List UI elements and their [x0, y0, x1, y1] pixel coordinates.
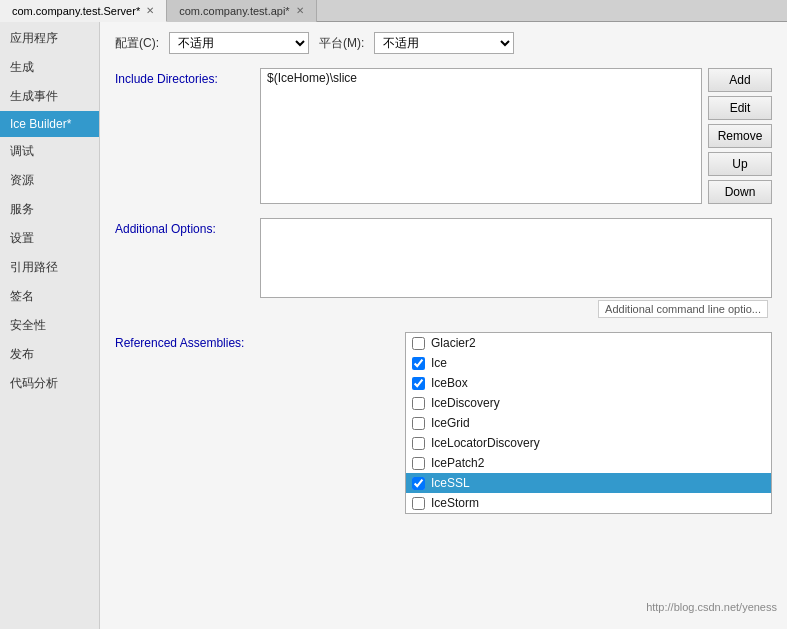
- add-button[interactable]: Add: [708, 68, 772, 92]
- tab-server[interactable]: com.company.test.Server* ✕: [0, 0, 167, 22]
- referenced-assemblies-section: Referenced Assemblies: Glacier2 Ice IceB…: [115, 332, 772, 514]
- sidebar-item-app[interactable]: 应用程序: [0, 24, 99, 53]
- sidebar-item-build-events[interactable]: 生成事件: [0, 82, 99, 111]
- sidebar-item-ref-paths[interactable]: 引用路径: [0, 253, 99, 282]
- remove-button[interactable]: Remove: [708, 124, 772, 148]
- assembly-icediscovery[interactable]: IceDiscovery: [406, 393, 771, 413]
- assembly-icepatch2[interactable]: IcePatch2: [406, 453, 771, 473]
- main-layout: 应用程序 生成 生成事件 Ice Builder* 调试 资源 服务 设置 引用…: [0, 22, 787, 629]
- checkbox-icessl[interactable]: [412, 477, 425, 490]
- config-select[interactable]: 不适用: [169, 32, 309, 54]
- sidebar-item-signing[interactable]: 签名: [0, 282, 99, 311]
- tab-close-api[interactable]: ✕: [296, 5, 304, 16]
- checkbox-icestorm[interactable]: [412, 497, 425, 510]
- additional-options-section: Additional Options: Additional command l…: [115, 218, 772, 318]
- assembly-icestorm[interactable]: IceStorm: [406, 493, 771, 513]
- assembly-icelocatordiscovery[interactable]: IceLocatorDiscovery: [406, 433, 771, 453]
- include-directories-buttons: Add Edit Remove Up Down: [708, 68, 772, 204]
- platform-label: 平台(M):: [319, 35, 364, 52]
- up-button[interactable]: Up: [708, 152, 772, 176]
- platform-select[interactable]: 不适用: [374, 32, 514, 54]
- sidebar-item-resources[interactable]: 资源: [0, 166, 99, 195]
- additional-options-label: Additional Options:: [115, 218, 260, 236]
- edit-button[interactable]: Edit: [708, 96, 772, 120]
- hint-box: Additional command line optio...: [260, 300, 772, 318]
- list-item[interactable]: $(IceHome)\slice: [261, 69, 701, 87]
- hint-text: Additional command line optio...: [598, 300, 768, 318]
- referenced-assemblies-label: Referenced Assemblies:: [115, 332, 260, 350]
- sidebar-item-services[interactable]: 服务: [0, 195, 99, 224]
- include-directories-content: $(IceHome)\slice Add Edit Remove Up Down: [260, 68, 772, 204]
- assembly-glacier2[interactable]: Glacier2: [406, 333, 771, 353]
- sidebar-item-security[interactable]: 安全性: [0, 311, 99, 340]
- tab-api[interactable]: com.company.test.api* ✕: [167, 0, 316, 22]
- sidebar-item-debug[interactable]: 调试: [0, 137, 99, 166]
- include-directories-section: Include Directories: $(IceHome)\slice Ad…: [115, 68, 772, 204]
- assembly-icegrid[interactable]: IceGrid: [406, 413, 771, 433]
- sidebar: 应用程序 生成 生成事件 Ice Builder* 调试 资源 服务 设置 引用…: [0, 22, 100, 629]
- sidebar-item-publish[interactable]: 发布: [0, 340, 99, 369]
- assembly-icebox[interactable]: IceBox: [406, 373, 771, 393]
- checkbox-glacier2[interactable]: [412, 337, 425, 350]
- sidebar-item-ice-builder[interactable]: Ice Builder*: [0, 111, 99, 137]
- include-directories-list[interactable]: $(IceHome)\slice: [260, 68, 702, 204]
- checkbox-icepatch2[interactable]: [412, 457, 425, 470]
- checkbox-icediscovery[interactable]: [412, 397, 425, 410]
- sidebar-item-code-analysis[interactable]: 代码分析: [0, 369, 99, 398]
- assembly-ice[interactable]: Ice: [406, 353, 771, 373]
- checkbox-ice[interactable]: [412, 357, 425, 370]
- checkbox-icebox[interactable]: [412, 377, 425, 390]
- sidebar-item-settings[interactable]: 设置: [0, 224, 99, 253]
- additional-options-textarea[interactable]: [260, 218, 772, 298]
- tab-close-server[interactable]: ✕: [146, 5, 154, 16]
- title-bar: com.company.test.Server* ✕ com.company.t…: [0, 0, 787, 22]
- down-button[interactable]: Down: [708, 180, 772, 204]
- assembly-icessl[interactable]: IceSSL: [406, 473, 771, 493]
- config-label: 配置(C):: [115, 35, 159, 52]
- content-area: 配置(C): 不适用 平台(M): 不适用 Include Directorie…: [100, 22, 787, 629]
- checkbox-icegrid[interactable]: [412, 417, 425, 430]
- additional-options-row: Additional Options: Additional command l…: [115, 218, 772, 318]
- sidebar-item-build[interactable]: 生成: [0, 53, 99, 82]
- include-directories-row: Include Directories: $(IceHome)\slice Ad…: [115, 68, 772, 204]
- config-row: 配置(C): 不适用 平台(M): 不适用: [115, 32, 772, 54]
- checkbox-icelocatordiscovery[interactable]: [412, 437, 425, 450]
- assemblies-list: Glacier2 Ice IceBox IceDiscovery: [405, 332, 772, 514]
- include-directories-label: Include Directories:: [115, 68, 260, 86]
